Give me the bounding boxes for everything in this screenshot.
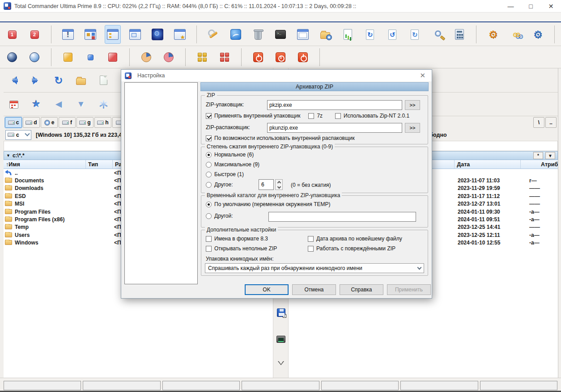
compression-level-value[interactable]: 6 xyxy=(259,179,274,190)
zip-unpacker-browse-button[interactable]: >> xyxy=(405,123,420,133)
favorites-window-button[interactable] xyxy=(172,25,187,43)
doc-sync-3-button[interactable] xyxy=(407,25,422,43)
compression-other-radio[interactable] xyxy=(206,182,212,188)
user-2-badge-button[interactable]: 2 xyxy=(27,25,42,43)
zipnt-checkbox[interactable] xyxy=(335,113,341,119)
close-button[interactable]: ✕ xyxy=(541,0,561,12)
archive-date-checkbox[interactable] xyxy=(308,236,314,242)
function-key-button[interactable] xyxy=(83,381,160,390)
folder-button[interactable] xyxy=(73,72,89,89)
back-button[interactable] xyxy=(6,72,21,89)
compression-level-spinner[interactable]: 6 xyxy=(259,179,283,190)
drive-button[interactable]: c xyxy=(5,117,22,128)
grid-yellow-button[interactable] xyxy=(195,48,210,66)
function-key-button[interactable] xyxy=(400,381,478,390)
minimize-button[interactable]: — xyxy=(501,0,521,12)
use-internal-unpacker-checkbox[interactable] xyxy=(206,135,212,141)
compression-max-radio[interactable] xyxy=(206,162,212,168)
parent-dir-button[interactable]: .. xyxy=(545,117,557,128)
history-button[interactable]: ▼ xyxy=(545,152,555,159)
menu-item[interactable] xyxy=(13,16,21,18)
root-dir-button[interactable]: \ xyxy=(533,117,544,128)
menu-item[interactable] xyxy=(548,16,557,18)
function-key-button[interactable] xyxy=(321,381,399,390)
temp-other-radio[interactable] xyxy=(206,213,212,219)
expand-button[interactable] xyxy=(73,95,89,113)
terminal-button[interactable] xyxy=(273,25,288,43)
menu-item[interactable] xyxy=(53,16,61,18)
menu-item[interactable] xyxy=(21,16,29,18)
menu-item[interactable] xyxy=(85,16,93,18)
white-window-button[interactable] xyxy=(295,25,310,43)
menu-item[interactable] xyxy=(4,16,13,18)
gear-blue-button[interactable] xyxy=(530,25,545,43)
wrench-button[interactable] xyxy=(206,25,221,43)
function-key-button[interactable] xyxy=(162,381,240,390)
trash-button[interactable] xyxy=(251,25,266,43)
menu-item[interactable] xyxy=(45,16,53,18)
menu-item[interactable] xyxy=(540,16,548,18)
drive-button[interactable]: e xyxy=(41,117,58,128)
function-key-button[interactable] xyxy=(242,381,319,390)
menu-item[interactable] xyxy=(117,16,125,18)
zip-packer-input[interactable] xyxy=(267,100,402,110)
refresh-button[interactable] xyxy=(51,72,66,89)
drive-button[interactable]: f xyxy=(59,117,76,128)
forward-button[interactable] xyxy=(29,72,44,89)
cancel-button[interactable]: Отмена xyxy=(292,284,336,295)
function-key-button[interactable] xyxy=(480,381,557,390)
favorites-button[interactable] xyxy=(29,95,44,113)
zip-unpacker-input[interactable] xyxy=(267,123,402,133)
user-1-badge-button[interactable]: 1 xyxy=(4,25,20,43)
damaged-zip-checkbox[interactable] xyxy=(308,246,314,252)
pie-red-button[interactable] xyxy=(161,48,176,66)
sevenz-checkbox[interactable] xyxy=(308,113,314,119)
menu-item[interactable] xyxy=(61,16,69,18)
search-button[interactable] xyxy=(429,25,445,43)
power-button-2[interactable] xyxy=(295,48,310,66)
drive-select[interactable]: c xyxy=(5,130,31,140)
menu-item[interactable] xyxy=(101,16,109,18)
unpack-tree-window-button[interactable] xyxy=(83,25,98,43)
previous-button[interactable] xyxy=(51,95,66,113)
column-header-type[interactable]: Тип xyxy=(86,160,113,169)
function-key-button[interactable] xyxy=(4,381,81,390)
temp-other-input[interactable] xyxy=(268,212,416,222)
use-internal-packer-checkbox[interactable] xyxy=(206,113,212,119)
ok-button[interactable]: OK xyxy=(245,284,289,295)
dialog-close-button[interactable]: ✕ xyxy=(417,72,428,80)
help-button[interactable]: Справка xyxy=(340,284,383,295)
calculator-button[interactable] xyxy=(452,25,467,43)
pie-orange-button[interactable] xyxy=(139,48,154,66)
menu-item[interactable] xyxy=(37,16,45,18)
collapse-button[interactable] xyxy=(276,360,286,370)
menu-item[interactable] xyxy=(93,16,101,18)
column-header-attrs[interactable]: Атрибуты xyxy=(521,160,558,169)
zip-packer-browse-button[interactable]: >> xyxy=(405,100,420,110)
menu-item[interactable] xyxy=(69,16,77,18)
panel-window-button[interactable] xyxy=(128,25,143,43)
names-83-checkbox[interactable] xyxy=(206,236,212,242)
gear-duo-button[interactable] xyxy=(508,25,523,43)
power-button-1[interactable] xyxy=(251,48,266,66)
new-file-button[interactable] xyxy=(96,72,111,89)
format-disk-button[interactable] xyxy=(228,25,243,43)
temp-default-radio[interactable] xyxy=(206,202,212,207)
drive-button[interactable]: h xyxy=(94,117,111,128)
column-header-name[interactable]: ↑Имя xyxy=(4,160,86,169)
maximize-button[interactable]: □ xyxy=(521,0,541,12)
report-chart-button[interactable] xyxy=(340,25,355,43)
sphere-dark-button[interactable] xyxy=(4,48,20,66)
attention-window-button[interactable] xyxy=(60,25,76,43)
sphere-light-button[interactable] xyxy=(27,48,42,66)
grid-red-button[interactable] xyxy=(217,48,232,66)
hotlist-button[interactable]: * xyxy=(533,152,543,159)
cube-blue-button[interactable] xyxy=(83,48,98,66)
compression-normal-radio[interactable] xyxy=(206,152,212,158)
settings-list-window-button[interactable] xyxy=(105,25,120,43)
unicode-pack-select[interactable]: Спрашивать каждый раз при обнаружении юн… xyxy=(205,263,424,273)
calendar-button[interactable] xyxy=(6,95,21,113)
menu-item[interactable] xyxy=(109,16,117,18)
snowflake-button[interactable] xyxy=(96,95,111,113)
column-header-date[interactable]: Дата xyxy=(455,160,521,169)
